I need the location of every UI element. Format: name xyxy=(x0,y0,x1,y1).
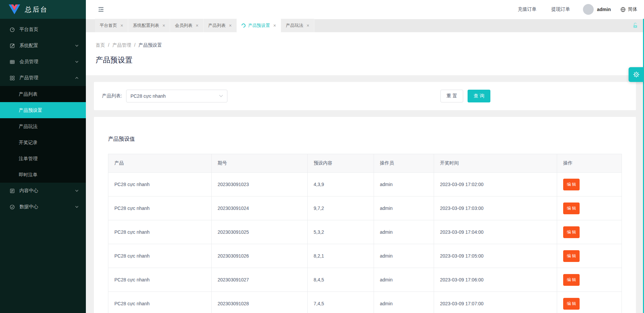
sidebar-item[interactable]: 平台首页 xyxy=(0,21,86,38)
edit-button[interactable]: 编 辑 xyxy=(563,274,580,286)
sidebar-subitem-label: 注单管理 xyxy=(19,156,38,161)
cell-issue: 202303091028 xyxy=(211,292,307,313)
close-icon[interactable]: × xyxy=(229,23,232,28)
cell-preset: 8,4,5 xyxy=(308,268,374,292)
cell-issue: 202303091027 xyxy=(211,268,307,292)
cell-preset: 7,4,5 xyxy=(308,292,374,313)
column-header: 操作 xyxy=(557,154,622,173)
cell-time: 2023-03-09 17:03:00 xyxy=(434,196,557,220)
sidebar-subitem-label: 产品玩法 xyxy=(19,124,38,129)
tab-label: 产品玩法 xyxy=(286,23,303,29)
close-icon[interactable]: × xyxy=(196,23,198,28)
cell-time: 2023-03-09 17:04:00 xyxy=(434,220,557,244)
breadcrumb-separator: / xyxy=(108,42,109,48)
tab[interactable]: 产品列表 × xyxy=(204,19,237,32)
sidebar-collapse-icon[interactable] xyxy=(97,6,105,13)
sidebar-subitem[interactable]: 产品列表 xyxy=(0,86,86,102)
cell-time: 2023-03-09 17:07:00 xyxy=(434,292,557,313)
sidebar-item[interactable]: 系统配置 xyxy=(0,38,86,54)
globe-icon xyxy=(620,7,626,12)
withdraw-orders-link[interactable]: 提现订单 xyxy=(551,6,570,12)
table-row: PC28 cực nhanh2023030910278,4,5admin2023… xyxy=(108,268,622,292)
breadcrumb-item[interactable]: 首页 xyxy=(96,42,105,48)
tab[interactable]: 平台首页 × xyxy=(95,19,128,32)
sidebar-item[interactable]: 数据中心 xyxy=(0,199,86,215)
sidebar-item[interactable]: 会员管理 xyxy=(0,54,86,70)
data-icon xyxy=(9,204,15,210)
sidebar-item[interactable]: 内容中心 xyxy=(0,183,86,199)
product-select-value: PC28 cực nhanh xyxy=(130,93,166,99)
reset-button[interactable]: 重 置 xyxy=(440,90,463,102)
breadcrumb-item[interactable]: 产品管理 xyxy=(112,42,131,48)
topbar: 充值订单 提现订单 admin 简体 xyxy=(86,0,644,19)
cell-operator: admin xyxy=(374,268,434,292)
table-row: PC28 cực nhanh2023030910234,3,9admin2023… xyxy=(108,173,622,196)
sidebar-item-label: 平台首页 xyxy=(19,27,78,33)
sidebar-subitem[interactable]: 即时注单 xyxy=(0,167,86,183)
edit-button[interactable]: 编 辑 xyxy=(563,203,580,214)
table-row: PC28 cực nhanh2023030910287,4,5admin2023… xyxy=(108,292,622,313)
cell-action: 编 辑 xyxy=(557,268,622,292)
sidebar-item[interactable]: 产品管理 xyxy=(0,70,86,86)
sidebar-subitem[interactable]: 开奖记录 xyxy=(0,134,86,150)
language-switch[interactable]: 简体 xyxy=(620,6,637,12)
sidebar-subitem[interactable]: 注单管理 xyxy=(0,150,86,167)
lock-icon[interactable] xyxy=(632,22,639,29)
close-icon[interactable]: × xyxy=(307,23,309,28)
close-icon[interactable]: × xyxy=(273,23,276,28)
cell-preset: 8,2,1 xyxy=(308,244,374,268)
sidebar-menu: 平台首页 系统配置 会员管理 产品管理 产品列表 产品预设置 产品玩法 xyxy=(0,19,86,313)
close-icon[interactable]: × xyxy=(162,23,165,28)
cell-operator: admin xyxy=(374,220,434,244)
topbar-right: 充值订单 提现订单 admin 简体 xyxy=(503,4,637,15)
product-select[interactable]: PC28 cực nhanh xyxy=(126,90,227,102)
recharge-orders-link[interactable]: 充值订单 xyxy=(518,6,537,12)
tab-label: 产品列表 xyxy=(208,23,226,29)
close-icon[interactable]: × xyxy=(120,23,123,28)
cell-preset: 9,7,2 xyxy=(308,196,374,220)
cell-issue: 202303091025 xyxy=(211,220,307,244)
sidebar: 总后台 平台首页 系统配置 会员管理 产品管理 产品列表 xyxy=(0,0,86,313)
cell-product: PC28 cực nhanh xyxy=(108,292,212,313)
tab-label: 平台首页 xyxy=(100,23,117,29)
column-header: 预设内容 xyxy=(308,154,374,173)
gear-icon xyxy=(632,71,640,79)
chevron-down-icon xyxy=(75,61,78,63)
sidebar-subitem-label: 即时注单 xyxy=(19,172,38,177)
app-title: 总后台 xyxy=(25,5,48,14)
table-header-row: 产品期号预设内容操作员开奖时间操作 xyxy=(108,154,622,173)
edit-button[interactable]: 编 辑 xyxy=(563,298,580,310)
cell-product: PC28 cực nhanh xyxy=(108,268,212,292)
logo[interactable]: 总后台 xyxy=(0,0,86,19)
sidebar-subitem-label: 产品列表 xyxy=(19,91,38,97)
settings-gear-button[interactable] xyxy=(629,67,644,82)
page-content: 首页/产品管理/产品预设置 产品预设置 产品列表: PC28 cực nhanh… xyxy=(86,32,644,313)
edit-button[interactable]: 编 辑 xyxy=(563,250,580,262)
sidebar-item-label: 数据中心 xyxy=(19,204,75,210)
tab[interactable]: 会员列表 × xyxy=(170,19,203,32)
language-label: 简体 xyxy=(628,6,637,12)
cell-product: PC28 cực nhanh xyxy=(108,173,212,196)
filter-buttons: 重 置 查 询 xyxy=(440,90,490,102)
column-header: 开奖时间 xyxy=(434,154,557,173)
tab[interactable]: 产品玩法 × xyxy=(281,19,314,32)
sidebar-subitem-label: 开奖记录 xyxy=(19,140,38,145)
chevron-down-icon xyxy=(219,95,223,97)
cell-time: 2023-03-09 17:05:00 xyxy=(434,244,557,268)
tab[interactable]: 系统配置列表 × xyxy=(128,19,170,32)
edit-button[interactable]: 编 辑 xyxy=(563,226,580,238)
app-window: 总后台 平台首页 系统配置 会员管理 产品管理 产品列表 xyxy=(0,0,644,313)
chevron-down-icon xyxy=(75,190,78,192)
sidebar-subitem[interactable]: 产品玩法 xyxy=(0,118,86,134)
avatar[interactable] xyxy=(583,4,594,15)
title-block: 首页/产品管理/产品预设置 产品预设置 xyxy=(86,32,644,75)
cell-action: 编 辑 xyxy=(557,220,622,244)
tab[interactable]: 产品预设置 × xyxy=(237,19,281,32)
dashboard-icon xyxy=(9,27,15,33)
cell-operator: admin xyxy=(374,292,434,313)
edit-button[interactable]: 编 辑 xyxy=(563,179,580,190)
column-header: 期号 xyxy=(211,154,307,173)
sidebar-subitem[interactable]: 产品预设置 xyxy=(0,102,86,118)
query-button[interactable]: 查 询 xyxy=(468,90,490,102)
cell-operator: admin xyxy=(374,196,434,220)
